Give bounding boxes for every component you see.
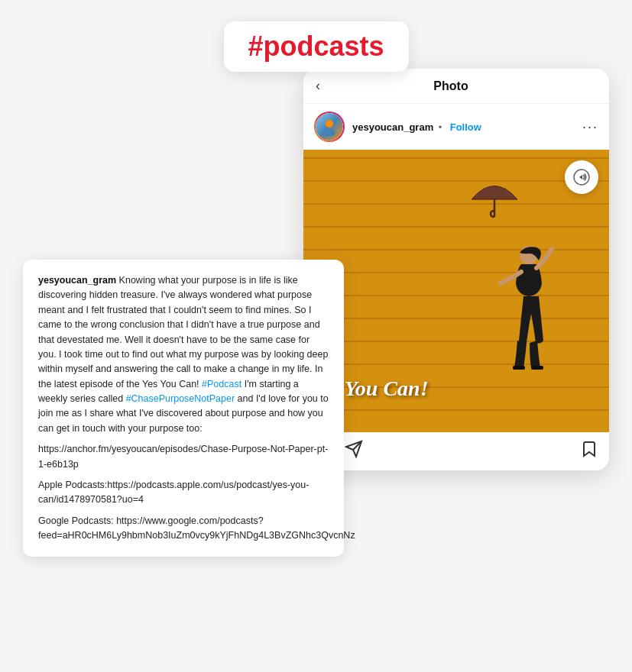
umbrella-image: [464, 173, 525, 218]
phone-header: ‹ Photo: [303, 69, 609, 104]
avatar[interactable]: [314, 111, 345, 142]
svg-rect-9: [531, 366, 543, 370]
user-info: yesyoucan_gram • Follow: [352, 120, 582, 134]
user-row: yesyoucan_gram • Follow ···: [303, 104, 609, 150]
post-image: Yes You Can!: [303, 150, 609, 432]
photo-title: Photo: [433, 79, 468, 93]
apple-podcasts: Apple Podcasts:https://podcasts.apple.co…: [38, 478, 329, 508]
audio-icon[interactable]: [565, 160, 598, 194]
phone-card: ‹ Photo yesyoucan_gram • Follow ···: [303, 69, 609, 470]
bookmark-icon[interactable]: [580, 440, 598, 463]
apple-label: Apple Podcasts:: [38, 480, 107, 490]
separator: •: [439, 121, 442, 133]
hashtag-title: #podcasts: [223, 21, 408, 72]
google-podcasts: Google Podcasts: https://www.google.com/…: [38, 514, 329, 544]
svg-rect-8: [513, 366, 525, 370]
actions-bar: [303, 432, 609, 470]
avatar-image: [316, 113, 343, 141]
chase-hashtag[interactable]: #ChasePurposeNotPaper: [126, 393, 235, 404]
back-icon[interactable]: ‹: [316, 78, 320, 94]
caption-username[interactable]: yesyoucan_gram: [38, 275, 116, 286]
caption-text: yesyoucan_gram Knowing what your purpose…: [38, 273, 329, 436]
svg-point-0: [326, 120, 333, 128]
caption-card: yesyoucan_gram Knowing what your purpose…: [23, 260, 344, 557]
username[interactable]: yesyoucan_gram: [352, 121, 433, 133]
podcast-hashtag[interactable]: #Podcast: [202, 379, 241, 389]
share-icon[interactable]: [345, 440, 363, 463]
google-label: Google Podcasts:: [38, 515, 114, 526]
woman-figure: [479, 241, 571, 417]
follow-button[interactable]: Follow: [450, 121, 481, 133]
svg-point-1: [323, 129, 335, 137]
anchor-link: https://anchor.fm/yesyoucan/episodes/Cha…: [38, 442, 329, 472]
more-options-icon[interactable]: ···: [582, 119, 598, 135]
